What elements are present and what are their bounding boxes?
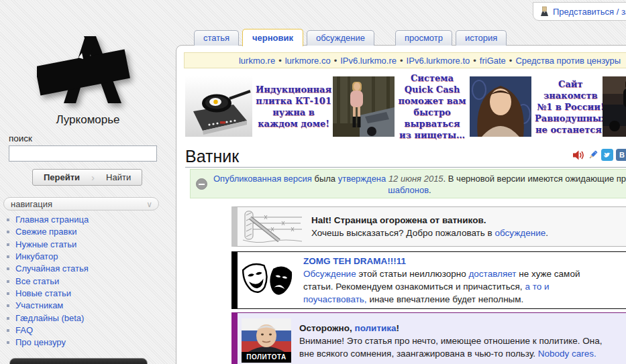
minus-circle-icon: [196, 178, 207, 190]
published-version-link[interactable]: Опубликованная версия: [213, 174, 312, 184]
notice-text-line1: Опубликованная версия была утверждена 12…: [213, 173, 626, 184]
tab-discussion[interactable]: обсуждение: [307, 30, 374, 46]
politota-text: Внимание! Это статья про нечто, имеющее …: [299, 335, 607, 360]
bullet-icon: [7, 329, 9, 332]
ad-text-quick-cash[interactable]: Система Quick Cash поможет вам быстро вы…: [397, 76, 468, 137]
ad-image-woman-car-night[interactable]: [603, 76, 626, 137]
search-buttons: Перейти › Найти: [32, 169, 142, 186]
drama-discussion-link[interactable]: Обсуждение: [303, 269, 356, 279]
sidebar-item-about-censorship[interactable]: Про цензуру: [7, 337, 171, 349]
tab-history[interactable]: история: [456, 30, 507, 46]
navigation-header-label: навигация: [11, 199, 52, 209]
barbed-wire-fence-image[interactable]: [242, 209, 303, 244]
find-button[interactable]: Найти: [95, 171, 142, 184]
chevron-down-icon: ∨: [146, 198, 152, 211]
drama-title-link[interactable]: ZOMG TEH DRAMA!!!11: [303, 256, 406, 266]
go-button[interactable]: Перейти: [33, 171, 91, 184]
approved-link[interactable]: утверждена: [338, 174, 386, 184]
separator-dot: •: [278, 56, 282, 66]
politota-title: Осторожно, политика!: [299, 322, 607, 335]
bullet-icon: [7, 317, 9, 320]
sidebar-item-all-articles[interactable]: Все статьи: [7, 276, 171, 288]
bullet-icon: [7, 231, 9, 233]
site-logo[interactable]: [37, 34, 132, 109]
drama-delivers-link[interactable]: доставляет: [468, 269, 516, 279]
sidebar-item-for-participants[interactable]: Участникам: [7, 300, 171, 312]
notice-text: .: [429, 185, 431, 195]
sidebar-item-main-page[interactable]: Главная страница: [7, 215, 171, 227]
sidebar-item-recent-changes[interactable]: Свежие правки: [7, 227, 171, 239]
search-input[interactable]: [9, 145, 157, 162]
bullet-icon: [7, 292, 9, 295]
drama-text: Обсуждение этой статьи неиллюзорно доста…: [303, 267, 603, 306]
separator-dot: •: [334, 56, 337, 66]
sound-icon[interactable]: [572, 149, 584, 161]
page: Представиться / зарегистрироваться стать…: [0, 0, 626, 364]
bullet-icon: [7, 243, 9, 246]
nobody-cares-link[interactable]: Nobody cares.: [538, 349, 596, 359]
politota-caption: ПОЛИТОТА: [242, 352, 291, 363]
login-link[interactable]: Представиться / зарегистрироваться: [553, 7, 626, 17]
sidebar-item-wanted-articles[interactable]: Нужные статьи: [7, 239, 171, 251]
approved-version-notice: Опубликованная версия была утверждена 12…: [190, 169, 626, 198]
title-action-icons: В: [572, 149, 626, 161]
sidebar-item-random-article[interactable]: Случайная статья: [7, 263, 171, 276]
warning-box-drama: ZOMG TEH DRAMA!!!11 Обсуждение этой стат…: [231, 251, 626, 309]
tab-article[interactable]: статья: [194, 30, 239, 46]
halt-text-line: Хочешь высказаться? Добро пожаловать в о…: [311, 227, 548, 239]
ad-text-dating-site[interactable]: Сайт знакомств №1 в России! Равнодушных …: [533, 76, 601, 137]
ad-image-woman-portrait[interactable]: [470, 76, 531, 137]
vk-icon[interactable]: В: [616, 149, 626, 161]
pending-changes-link[interactable]: шаблонов: [388, 185, 429, 195]
bullet-icon: [7, 219, 9, 221]
twitter-icon[interactable]: [601, 149, 613, 161]
sidebar-ad-banner[interactable]: [9, 358, 148, 364]
user-bar: Представиться / зарегистрироваться: [533, 2, 626, 21]
mirror-link-anti-censorship[interactable]: Средства против цензуры: [515, 56, 621, 66]
edit-pencil-icon[interactable]: [587, 149, 598, 161]
tab-view[interactable]: просмотр: [395, 30, 452, 46]
sidebar-item-new-articles[interactable]: Новые статьи: [7, 288, 171, 300]
politics-link[interactable]: политика: [354, 323, 396, 333]
bullet-icon: [7, 341, 9, 344]
bullet-icon: [7, 304, 9, 307]
mirror-link-ipv6-lurkmore-to[interactable]: IPv6.lurkmore.to: [407, 56, 470, 66]
separator-dot: •: [473, 56, 476, 66]
notice-text-line2: шаблонов.: [191, 184, 626, 196]
warning-box-halt: Halt! Страница огорожена от ватников. Хо…: [231, 206, 626, 247]
site-name: Луркоморье: [0, 113, 176, 127]
halt-title: Halt! Страница огорожена от ватников.: [311, 214, 548, 227]
separator-dot: •: [509, 56, 513, 66]
politota-image[interactable]: ПОЛИТОТА: [242, 318, 291, 363]
mirror-link-ipv6-lurkmo-re[interactable]: IPv6.lurkmo.re: [340, 56, 397, 66]
ad-image-induction-plate[interactable]: [185, 76, 252, 137]
page-title: Ватник: [185, 147, 626, 166]
svg-text:В: В: [619, 151, 625, 159]
mirror-link-lurkmo-re[interactable]: lurkmo.re: [239, 56, 275, 66]
separator-dot: •: [400, 56, 403, 66]
bullet-icon: [7, 267, 9, 270]
notice-text: . В черновой версии имеются ожидающие пр…: [444, 174, 626, 184]
ad-text-induction-plate[interactable]: Индукционная плитка КТ-101 нужна в каждо…: [254, 76, 331, 137]
sidebar-item-incubator[interactable]: Инкубатор: [7, 251, 171, 263]
notice-text: была: [312, 174, 338, 184]
mirror-link-frigate[interactable]: friGate: [480, 56, 506, 66]
ad-image-girl-car-forest[interactable]: [333, 76, 395, 137]
theater-masks-image[interactable]: [242, 259, 295, 301]
mirror-link-lurkmore-co[interactable]: lurkmore.co: [285, 56, 331, 66]
bullet-icon: [7, 280, 9, 283]
warning-box-politics: ПОЛИТОТА Осторожно, политика! Внимание! …: [231, 312, 626, 364]
sidebar-item-faq[interactable]: FAQ: [7, 325, 171, 337]
sidebar-item-guidelines[interactable]: Гæдлайны (beta): [7, 313, 171, 325]
article-tabs: статья черновик обсуждение просмотр исто…: [194, 29, 510, 46]
halt-discussion-link[interactable]: обсуждение: [495, 228, 546, 238]
ad-banner-strip: Индукционная плитка КТ-101 нужна в каждо…: [185, 76, 626, 137]
mirror-bar: lurkmo.re•lurkmore.co•IPv6.lurkmo.re•IPv…: [184, 52, 626, 68]
page-title-row: Ватник В: [185, 147, 626, 168]
search-label: поиск: [9, 133, 32, 143]
tab-draft[interactable]: черновик: [242, 29, 303, 46]
chevron-right-icon: ›: [91, 172, 95, 183]
approval-date: 12 июня 2015: [386, 174, 443, 184]
navigation-header[interactable]: навигация ∨: [3, 197, 159, 210]
bullet-icon: [7, 255, 9, 258]
